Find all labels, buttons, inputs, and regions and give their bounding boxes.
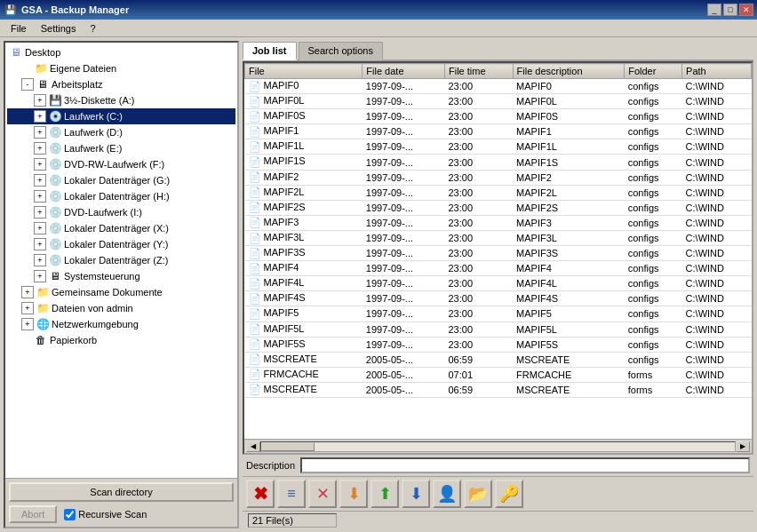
table-header-row: File File date File time File descriptio… (245, 64, 752, 79)
tree-item-systemsteuerung[interactable]: +🖥Systemsteuerung (7, 268, 235, 284)
tree-expander-lokalY[interactable]: + (34, 238, 46, 250)
tb-user-button[interactable]: 👤 (433, 480, 461, 508)
status-bar: 21 File(s) (243, 511, 753, 528)
table-row[interactable]: 📄 MAPIF5L1997-09-...23:00MAPIF5LconfigsC… (245, 322, 752, 337)
scroll-right-arrow[interactable]: ▶ (736, 441, 750, 452)
table-row[interactable]: 📄 MAPIF2L1997-09-...23:00MAPIF2LconfigsC… (245, 185, 752, 200)
table-row[interactable]: 📄 MAPIF21997-09-...23:00MAPIF2configsC:\… (245, 170, 752, 185)
table-row[interactable]: 📄 MAPIF51997-09-...23:00MAPIF5configsC:\… (245, 306, 752, 322)
tb-key-button[interactable]: 🔑 (495, 480, 523, 508)
table-row[interactable]: 📄 MAPIF4L1997-09-...23:00MAPIF4LconfigsC… (245, 276, 752, 291)
table-scroll[interactable]: File File date File time File descriptio… (244, 63, 752, 439)
tree-expander-lokalX[interactable]: + (34, 222, 46, 234)
cell-file: 📄 MAPIF0 (245, 79, 363, 94)
tree-item-lokalH[interactable]: +💿Lokaler Datenträger (H:) (7, 188, 235, 204)
recursive-scan-label[interactable]: Recursive Scan (64, 509, 147, 520)
table-row[interactable]: 📄 MAPIF3L1997-09-...23:00MAPIF3LconfigsC… (245, 230, 752, 245)
cell-file: 📄 FRMCACHE (245, 367, 363, 382)
tree-expander-driveE[interactable]: + (34, 142, 46, 155)
tree-item-lokalG[interactable]: +💿Lokaler Datenträger (G:) (7, 172, 235, 188)
scroll-left-arrow[interactable]: ◀ (246, 441, 260, 452)
tree-icon-gemeinsam: 📁 (36, 285, 50, 299)
tree-expander-dvdrw[interactable]: + (34, 158, 46, 171)
table-row[interactable]: 📄 FRMCACHE2005-05-...07:01FRMCACHEformsC… (245, 367, 752, 382)
tb-delete-job-button[interactable]: ✖ (246, 480, 275, 508)
table-row[interactable]: 📄 MSCREATE2005-05-...06:59MSCREATEconfig… (245, 352, 752, 367)
tree-item-driveD[interactable]: +💿Laufwerk (D:) (7, 124, 235, 140)
tree-item-dvdrw[interactable]: +💿DVD-RW-Laufwerk (F:) (7, 156, 235, 172)
tree-expander-driveC[interactable]: + (34, 110, 46, 123)
tree-item-driveC[interactable]: +💿Laufwerk (C:) (7, 108, 235, 124)
tb-cancel-button[interactable]: ✕ (308, 480, 337, 508)
tree-item-dvdI[interactable]: +💿DVD-Laufwerk (I:) (7, 204, 235, 220)
tree-item-lokalX[interactable]: +💿Lokaler Datenträger (X:) (7, 220, 235, 236)
table-row[interactable]: 📄 MAPIF3S1997-09-...23:00MAPIF3SconfigsC… (245, 246, 752, 261)
menu-settings[interactable]: Settings (34, 21, 84, 36)
tree-expander-dvdI[interactable]: + (34, 206, 46, 218)
col-filedate[interactable]: File date (363, 64, 445, 79)
tree-item-driveE[interactable]: +💿Laufwerk (E:) (7, 140, 235, 156)
tree-item-lokalY[interactable]: +💿Lokaler Datenträger (Y:) (7, 236, 235, 252)
tree-expander-arbeitsplatz[interactable]: - (21, 78, 34, 91)
tree-expander-floppy[interactable]: + (34, 94, 46, 107)
tree-item-desktop[interactable]: 🖥 Desktop (7, 44, 235, 60)
table-row[interactable]: 📄 MAPIF4S1997-09-...23:00MAPIF4SconfigsC… (245, 291, 752, 306)
scroll-track[interactable] (260, 441, 736, 452)
tree-item-arbeitsplatz[interactable]: -🖥Arbeitsplatz (7, 76, 235, 92)
cell-date: 1997-09-... (363, 94, 445, 109)
bottom-row: Abort Recursive Scan (9, 505, 234, 523)
scroll-thumb[interactable] (261, 442, 315, 451)
tree-item-lokalZ[interactable]: +💿Lokaler Datenträger (Z:) (7, 252, 235, 268)
table-row[interactable]: 📄 MAPIF2S1997-09-...23:00MAPIF2SconfigsC… (245, 200, 752, 215)
maximize-button[interactable]: □ (723, 4, 737, 16)
tab-search-options[interactable]: Search options (299, 42, 383, 60)
close-button[interactable]: ✕ (739, 4, 753, 16)
col-file[interactable]: File (245, 64, 363, 79)
menu-file[interactable]: File (4, 21, 34, 36)
tree-expander-lokalZ[interactable]: + (34, 254, 46, 266)
abort-button[interactable]: Abort (9, 505, 57, 523)
minimize-button[interactable]: _ (707, 4, 721, 16)
tab-job-list[interactable]: Job list (243, 42, 297, 60)
table-row[interactable]: 📄 MAPIF5S1997-09-...23:00MAPIF5SconfigsC… (245, 337, 752, 352)
tree-expander-netzwerk[interactable]: + (21, 318, 34, 330)
tree-expander-dateien[interactable]: + (21, 302, 34, 314)
tree-expander-gemeinsam[interactable]: + (21, 286, 34, 298)
tb-dl2-button[interactable]: ⬇ (402, 480, 430, 508)
tree-item-floppy[interactable]: +💾3½-Diskette (A:) (7, 92, 235, 108)
recursive-scan-checkbox[interactable] (64, 509, 76, 520)
table-row[interactable]: 📄 MAPIF0L1997-09-...23:00MAPIF0LconfigsC… (245, 94, 752, 109)
tree-item-gemeinsam[interactable]: +📁Gemeinsame Dokumente (7, 284, 235, 300)
cell-path: C:\WIND (682, 155, 752, 170)
tb-list-button[interactable]: ≡ (277, 480, 306, 508)
tree-expander-systemsteuerung[interactable]: + (34, 270, 46, 282)
col-folder[interactable]: Folder (625, 64, 682, 79)
tb-upload-button[interactable]: ⬆ (371, 480, 399, 508)
tree-expander-lokalH[interactable]: + (34, 190, 46, 202)
col-filetime[interactable]: File time (445, 64, 514, 79)
menu-help[interactable]: ? (83, 21, 102, 36)
cell-folder: forms (625, 367, 682, 382)
table-row[interactable]: 📄 MAPIF01997-09-...23:00MAPIF0configsC:\… (245, 79, 752, 94)
tree-container[interactable]: 🖥 Desktop 📁Eigene Dateien-🖥Arbeitsplatz+… (5, 43, 237, 478)
table-row[interactable]: 📄 MSCREATE2005-05-...06:59MSCREATEformsC… (245, 382, 752, 397)
tb-folder-button[interactable]: 📂 (464, 480, 492, 508)
tb-download-button[interactable]: ⬇ (339, 480, 368, 508)
table-row[interactable]: 📄 MAPIF0S1997-09-...23:00MAPIF0SconfigsC… (245, 109, 752, 124)
col-filedesc[interactable]: File description (513, 64, 625, 79)
tree-item-dateien[interactable]: +📁Dateien von admin (7, 300, 235, 316)
description-input[interactable] (300, 457, 750, 473)
col-path[interactable]: Path (682, 64, 752, 79)
table-row[interactable]: 📄 MAPIF31997-09-...23:00MAPIF3configsC:\… (245, 215, 752, 230)
table-row[interactable]: 📄 MAPIF11997-09-...23:00MAPIF1configsC:\… (245, 124, 752, 139)
table-row[interactable]: 📄 MAPIF1L1997-09-...23:00MAPIF1LconfigsC… (245, 139, 752, 155)
tree-item-eigene[interactable]: 📁Eigene Dateien (7, 60, 235, 76)
table-row[interactable]: 📄 MAPIF1S1997-09-...23:00MAPIF1SconfigsC… (245, 155, 752, 170)
h-scrollbar[interactable]: ◀ ▶ (244, 439, 752, 453)
table-row[interactable]: 📄 MAPIF41997-09-...23:00MAPIF4configsC:\… (245, 261, 752, 276)
tree-item-netzwerk[interactable]: +🌐Netzwerkumgebung (7, 316, 235, 332)
tree-expander-driveD[interactable]: + (34, 126, 46, 139)
tree-item-papierkorb[interactable]: 🗑Papierkorb (7, 332, 235, 348)
scan-directory-button[interactable]: Scan directory (9, 482, 234, 502)
tree-expander-lokalG[interactable]: + (34, 174, 46, 187)
